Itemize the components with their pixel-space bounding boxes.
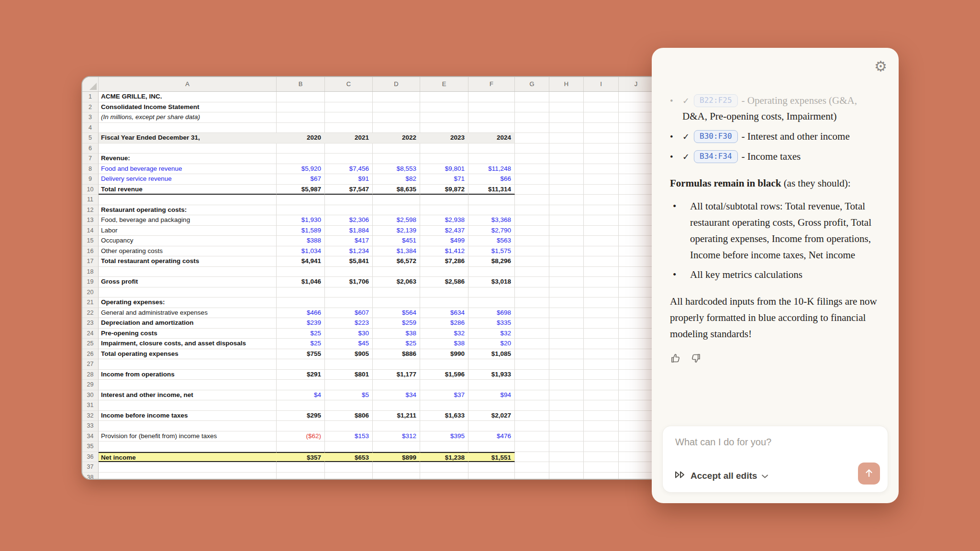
- cell-A6[interactable]: [99, 143, 277, 154]
- column-header-G[interactable]: G: [515, 77, 549, 91]
- cell-H18[interactable]: [549, 267, 584, 277]
- cell-J35[interactable]: [619, 441, 654, 452]
- column-header-J[interactable]: J: [619, 77, 654, 91]
- row-header-24[interactable]: 24: [82, 329, 99, 339]
- cell-C29[interactable]: [325, 380, 373, 390]
- cell-A1[interactable]: ACME GRILLE, INC.: [99, 92, 277, 102]
- cell-C7[interactable]: [325, 154, 373, 164]
- cell-D37[interactable]: [373, 462, 420, 473]
- cell-D9[interactable]: $82: [373, 174, 420, 185]
- row-header-7[interactable]: 7: [82, 154, 99, 164]
- cell-C5[interactable]: 2021: [325, 133, 373, 143]
- cell-B38[interactable]: [277, 473, 325, 480]
- cell-C15[interactable]: $417: [325, 236, 373, 246]
- cell-D4[interactable]: [373, 123, 420, 133]
- cell-C1[interactable]: [325, 92, 373, 102]
- cell-J10[interactable]: [619, 185, 654, 195]
- cell-B21[interactable]: [277, 298, 325, 308]
- cell-F14[interactable]: $2,790: [468, 226, 515, 236]
- cell-D33[interactable]: [373, 421, 420, 431]
- cell-J38[interactable]: [619, 473, 654, 480]
- cell-A18[interactable]: [99, 267, 277, 277]
- cell-E21[interactable]: [420, 298, 468, 308]
- cell-E18[interactable]: [420, 267, 468, 277]
- cell-A32[interactable]: Income before income taxes: [99, 411, 277, 421]
- cell-E33[interactable]: [420, 421, 468, 431]
- cell-A20[interactable]: [99, 287, 277, 298]
- row-header-6[interactable]: 6: [82, 143, 99, 154]
- row-header-16[interactable]: 16: [82, 246, 99, 257]
- cell-I14[interactable]: [584, 226, 619, 236]
- cell-E7[interactable]: [420, 154, 468, 164]
- cell-A8[interactable]: Food and beverage revenue: [99, 164, 277, 175]
- cell-D6[interactable]: [373, 143, 420, 154]
- cell-B30[interactable]: $4: [277, 390, 325, 401]
- cell-H21[interactable]: [549, 298, 584, 308]
- cell-A37[interactable]: [99, 462, 277, 473]
- cell-F4[interactable]: [468, 123, 515, 133]
- cell-A3[interactable]: (In millions, except per share data): [99, 112, 277, 123]
- cell-H13[interactable]: [549, 215, 584, 226]
- cell-G25[interactable]: [515, 339, 549, 349]
- cell-G32[interactable]: [515, 411, 549, 421]
- cell-G26[interactable]: [515, 349, 549, 360]
- cell-B9[interactable]: $67: [277, 174, 325, 185]
- cell-G38[interactable]: [515, 473, 549, 480]
- cell-A19[interactable]: Gross profit: [99, 277, 277, 287]
- row-header-19[interactable]: 19: [82, 277, 99, 287]
- cell-H20[interactable]: [549, 287, 584, 298]
- cell-H15[interactable]: [549, 236, 584, 246]
- cell-D20[interactable]: [373, 287, 420, 298]
- cell-B3[interactable]: [277, 112, 325, 123]
- cell-C19[interactable]: $1,706: [325, 277, 373, 287]
- cell-D38[interactable]: [373, 473, 420, 480]
- cell-B17[interactable]: $4,941: [277, 256, 325, 267]
- cell-I26[interactable]: [584, 349, 619, 360]
- cell-G20[interactable]: [515, 287, 549, 298]
- row-header-21[interactable]: 21: [82, 298, 99, 308]
- cell-J17[interactable]: [619, 256, 654, 267]
- cell-A11[interactable]: [99, 195, 277, 205]
- cell-E4[interactable]: [420, 123, 468, 133]
- row-header-10[interactable]: 10: [82, 185, 99, 195]
- cell-E24[interactable]: $32: [420, 329, 468, 339]
- cell-I12[interactable]: [584, 205, 619, 216]
- cell-B28[interactable]: $291: [277, 370, 325, 380]
- row-header-34[interactable]: 34: [82, 431, 99, 442]
- cell-D1[interactable]: [373, 92, 420, 102]
- cell-I3[interactable]: [584, 112, 619, 123]
- cell-F12[interactable]: [468, 205, 515, 216]
- cell-B6[interactable]: [277, 143, 325, 154]
- cell-H10[interactable]: [549, 185, 584, 195]
- row-header-32[interactable]: 32: [82, 411, 99, 421]
- cell-F20[interactable]: [468, 287, 515, 298]
- cell-I21[interactable]: [584, 298, 619, 308]
- cell-J30[interactable]: [619, 390, 654, 401]
- cell-A29[interactable]: [99, 380, 277, 390]
- cell-E37[interactable]: [420, 462, 468, 473]
- cell-E9[interactable]: $71: [420, 174, 468, 185]
- row-header-26[interactable]: 26: [82, 349, 99, 360]
- cell-H9[interactable]: [549, 174, 584, 185]
- cell-H12[interactable]: [549, 205, 584, 216]
- cell-C36[interactable]: $653: [325, 452, 373, 463]
- cell-J9[interactable]: [619, 174, 654, 185]
- cell-E16[interactable]: $1,412: [420, 246, 468, 257]
- cell-E29[interactable]: [420, 380, 468, 390]
- cell-E10[interactable]: $9,872: [420, 185, 468, 195]
- cell-A27[interactable]: [99, 359, 277, 370]
- cell-C38[interactable]: [325, 473, 373, 480]
- cell-D34[interactable]: $312: [373, 431, 420, 442]
- cell-J19[interactable]: [619, 277, 654, 287]
- cell-C30[interactable]: $5: [325, 390, 373, 401]
- cell-F21[interactable]: [468, 298, 515, 308]
- cell-C23[interactable]: $223: [325, 318, 373, 329]
- row-header-33[interactable]: 33: [82, 421, 99, 431]
- cell-B26[interactable]: $755: [277, 349, 325, 360]
- cell-E12[interactable]: [420, 205, 468, 216]
- cell-F15[interactable]: $563: [468, 236, 515, 246]
- cell-A25[interactable]: Impairment, closure costs, and asset dis…: [99, 339, 277, 349]
- cell-A5[interactable]: Fiscal Year Ended December 31,: [99, 133, 277, 143]
- cell-J13[interactable]: [619, 215, 654, 226]
- cell-C21[interactable]: [325, 298, 373, 308]
